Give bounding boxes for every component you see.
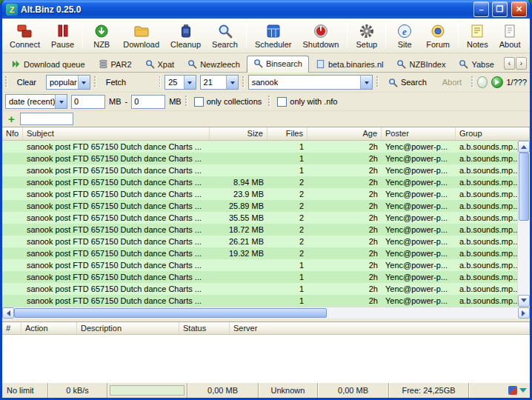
notes-button[interactable]: Notes xyxy=(462,20,493,51)
column-header-server[interactable]: Server xyxy=(230,322,530,334)
toolbar-grip[interactable] xyxy=(5,76,7,88)
connect-button[interactable]: Connect xyxy=(4,20,45,51)
tab-scroll-right-button[interactable]: › xyxy=(516,57,527,70)
scroll-left-button[interactable] xyxy=(2,307,14,319)
results-panel: Nfo Subject Size Files Age Poster Group … xyxy=(2,127,530,319)
search-query-combobox[interactable]: sanook xyxy=(248,75,373,90)
cleanup-button[interactable]: Cleanup xyxy=(165,20,206,51)
main-toolbar: Connect Pause NZB Download Cleanup Searc… xyxy=(2,19,530,53)
column-header-nfo[interactable]: Nfo xyxy=(2,127,23,140)
horizontal-scrollbar[interactable] xyxy=(2,307,530,319)
session-status: 0,00 MB xyxy=(318,383,389,398)
add-button[interactable]: + xyxy=(5,113,18,125)
queue-body xyxy=(2,335,530,382)
scroll-down-button[interactable] xyxy=(518,295,530,307)
toolbar-separator xyxy=(82,23,83,48)
page-count-dropdown[interactable]: 21 xyxy=(200,75,239,90)
tab-par2[interactable]: PAR2 xyxy=(92,56,139,72)
toolbar-grip[interactable] xyxy=(268,96,270,107)
site-button[interactable]: e Site xyxy=(389,20,420,51)
toolbar-grip[interactable] xyxy=(185,96,187,107)
collapse-icon[interactable] xyxy=(519,388,527,396)
column-header-subject[interactable]: Subject xyxy=(23,127,210,140)
quick-add-input[interactable] xyxy=(20,113,73,125)
shutdown-icon xyxy=(313,23,329,39)
clear-button[interactable]: Clear xyxy=(11,75,42,90)
chevron-down-icon xyxy=(360,76,372,89)
vertical-scroll-thumb[interactable] xyxy=(519,153,529,221)
table-row[interactable]: sanook post FTD 657150 Dutch dance Chart… xyxy=(2,153,517,164)
setup-button[interactable]: Setup xyxy=(350,20,382,51)
column-header-age[interactable]: Age xyxy=(307,127,382,140)
table-row[interactable]: sanook post FTD 657150 Dutch dance Chart… xyxy=(2,295,517,307)
column-header-size[interactable]: Size xyxy=(210,127,267,140)
forum-button[interactable]: Forum xyxy=(421,20,455,51)
column-header-description[interactable]: Description xyxy=(77,322,179,334)
close-button[interactable]: ✕ xyxy=(511,1,527,17)
vertical-scroll-track[interactable] xyxy=(518,153,530,295)
table-row[interactable]: sanook post FTD 657150 Dutch dance Chart… xyxy=(2,164,517,176)
per-page-dropdown[interactable]: 25 xyxy=(164,75,196,90)
scheduler-button[interactable]: Scheduler xyxy=(250,20,297,51)
tab-binsearch[interactable]: Binsearch xyxy=(247,56,309,73)
tab-beta-binaries[interactable]: beta.binaries.nl xyxy=(309,56,390,72)
page-icon xyxy=(316,59,325,69)
toolbar-grip[interactable] xyxy=(94,76,96,88)
minimize-button[interactable]: – xyxy=(473,1,489,17)
column-header-poster[interactable]: Poster xyxy=(382,127,456,140)
run-search-button[interactable]: Search xyxy=(382,75,433,90)
tab-nzbindex[interactable]: NZBIndex xyxy=(390,56,452,72)
table-row[interactable]: sanook post FTD 657150 Dutch dance Chart… xyxy=(2,247,517,259)
table-row[interactable]: sanook post FTD 657150 Dutch dance Chart… xyxy=(2,283,517,295)
tab-scroll-left-button[interactable]: ‹ xyxy=(504,57,515,70)
only-collections-checkbox[interactable]: only collections xyxy=(191,97,265,107)
max-size-input[interactable] xyxy=(131,95,165,109)
title-bar[interactable]: Z Alt.Binz 0.25.0 – ❐ ✕ xyxy=(2,0,530,19)
chevron-down-icon xyxy=(226,76,238,89)
toolbar-grip[interactable] xyxy=(376,76,379,88)
tab-newzleech[interactable]: Newzleech xyxy=(181,56,247,72)
download-button[interactable]: Download xyxy=(118,20,164,51)
category-dropdown[interactable]: popular xyxy=(46,75,90,90)
scroll-right-button[interactable] xyxy=(518,307,530,319)
column-header-number[interactable]: # xyxy=(2,322,21,334)
search-button[interactable]: Search xyxy=(207,20,243,51)
shutdown-button[interactable]: Shutdown xyxy=(298,20,345,51)
column-header-status[interactable]: Status xyxy=(179,322,230,334)
toolbar-grip[interactable] xyxy=(471,76,473,88)
tab-yabse[interactable]: Yabse xyxy=(452,56,500,72)
fetch-button[interactable]: Fetch xyxy=(100,75,156,90)
table-row[interactable]: sanook post FTD 657150 Dutch dance Chart… xyxy=(2,259,517,271)
abort-button[interactable]: Abort xyxy=(436,75,468,90)
nzb-button[interactable]: NZB xyxy=(86,20,117,51)
horizontal-scroll-thumb[interactable] xyxy=(14,308,327,318)
toolbar-grip[interactable] xyxy=(159,76,162,88)
min-size-input[interactable] xyxy=(71,95,105,109)
table-row[interactable]: sanook post FTD 657150 Dutch dance Chart… xyxy=(2,200,517,212)
only-with-nfo-checkbox[interactable]: only with .nfo xyxy=(274,97,340,107)
tray-icon[interactable] xyxy=(508,386,517,395)
forum-icon xyxy=(430,23,446,39)
toolbar-grip[interactable] xyxy=(242,76,245,88)
table-row[interactable]: sanook post FTD 657150 Dutch dance Chart… xyxy=(2,236,517,247)
scroll-up-button[interactable] xyxy=(518,141,530,153)
table-row[interactable]: sanook post FTD 657150 Dutch dance Chart… xyxy=(2,188,517,200)
prev-page-button[interactable] xyxy=(477,76,488,88)
column-header-action[interactable]: Action xyxy=(21,322,77,334)
table-row[interactable]: sanook post FTD 657150 Dutch dance Chart… xyxy=(2,141,517,153)
sort-dropdown[interactable]: date (recent) xyxy=(5,94,67,109)
horizontal-scroll-track[interactable] xyxy=(14,307,518,319)
table-row[interactable]: sanook post FTD 657150 Dutch dance Chart… xyxy=(2,271,517,283)
about-button[interactable]: About xyxy=(494,20,526,51)
table-row[interactable]: sanook post FTD 657150 Dutch dance Chart… xyxy=(2,176,517,188)
column-header-files[interactable]: Files xyxy=(267,127,307,140)
vertical-scrollbar[interactable] xyxy=(517,141,530,307)
table-row[interactable]: sanook post FTD 657150 Dutch dance Chart… xyxy=(2,212,517,224)
tab-xpat[interactable]: Xpat xyxy=(139,56,182,72)
maximize-button[interactable]: ❐ xyxy=(492,1,508,17)
table-row[interactable]: sanook post FTD 657150 Dutch dance Chart… xyxy=(2,224,517,236)
pause-button[interactable]: Pause xyxy=(46,20,79,51)
column-header-group[interactable]: Group xyxy=(456,127,530,140)
tab-download-queue[interactable]: Download queue xyxy=(4,56,92,72)
next-page-button[interactable] xyxy=(491,76,503,88)
